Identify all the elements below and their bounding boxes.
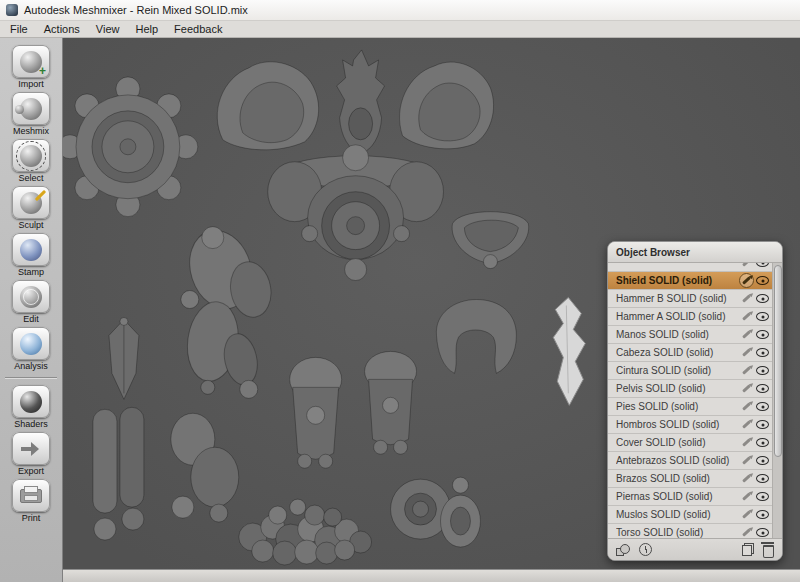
object-row[interactable]: Piernas SOLID (solid) (608, 488, 772, 506)
visibility-eye-icon[interactable] (755, 435, 770, 450)
object-row[interactable]: Cintura SOLID (solid) (608, 362, 772, 380)
toolbar-meshmix[interactable]: Meshmix (12, 92, 50, 136)
visibility-eye-icon[interactable] (755, 399, 770, 414)
visibility-eye-icon[interactable] (755, 363, 770, 378)
duplicate-icon[interactable] (742, 543, 754, 556)
mesh-blade[interactable] (553, 298, 585, 406)
object-row[interactable]: Hombros SOLID (solid) (608, 416, 772, 434)
mesh-arm-assembly[interactable] (180, 222, 275, 398)
visibility-eye-icon[interactable] (755, 309, 770, 324)
primitives-icon[interactable] (616, 544, 630, 556)
meshmix-button[interactable] (12, 92, 50, 125)
mesh-helmet[interactable] (337, 50, 385, 154)
object-row[interactable]: Cover SOLID (solid) (608, 434, 772, 452)
menu-actions[interactable]: Actions (36, 22, 88, 36)
export-button[interactable] (12, 432, 50, 465)
edit-pencil-icon[interactable] (739, 489, 754, 504)
object-list-scrollbar-thumb[interactable] (774, 265, 782, 457)
visibility-eye-icon[interactable] (755, 507, 770, 522)
visibility-eye-icon[interactable] (755, 263, 770, 270)
object-row[interactable]: Muslos SOLID (solid) (608, 506, 772, 524)
edit-pencil-icon[interactable] (739, 273, 754, 288)
object-list-scrollbar[interactable] (772, 263, 782, 538)
edit-pencil-icon[interactable] (739, 263, 754, 270)
object-row[interactable]: Hammer B SOLID (solid) (608, 290, 772, 308)
object-row[interactable]: Antebrazos SOLID (solid) (608, 452, 772, 470)
trash-icon[interactable] (763, 545, 774, 558)
visibility-eye-icon[interactable] (755, 525, 770, 538)
mesh-waist[interactable] (436, 300, 516, 374)
toolbar-analysis[interactable]: Analysis (12, 327, 50, 371)
visibility-eye-icon[interactable] (755, 417, 770, 432)
print-button[interactable] (12, 479, 50, 512)
object-row-selected[interactable]: Shield SOLID (solid) (608, 272, 772, 290)
shaders-button[interactable] (12, 385, 50, 418)
edit-pencil-icon[interactable] (739, 399, 754, 414)
visibility-eye-icon[interactable] (755, 489, 770, 504)
mesh-forearm[interactable] (171, 413, 239, 522)
object-label: Pies SOLID (solid) (616, 401, 738, 412)
visibility-eye-icon[interactable] (755, 345, 770, 360)
mesh-leg-plate-b[interactable] (365, 351, 417, 454)
mesh-shoulder-left[interactable] (217, 62, 318, 150)
mesh-torso[interactable] (268, 145, 444, 281)
mesh-rings[interactable] (391, 477, 481, 547)
menu-file[interactable]: File (2, 22, 36, 36)
stamp-button[interactable] (12, 233, 50, 266)
mesh-fin[interactable] (109, 317, 139, 399)
menu-view[interactable]: View (88, 22, 128, 36)
toolbar-export[interactable]: Export (12, 432, 50, 476)
object-row[interactable]: Manos SOLID (solid) (608, 326, 772, 344)
mesh-leg-plate-a[interactable] (290, 357, 342, 468)
analysis-button[interactable] (12, 327, 50, 360)
toolbar-print[interactable]: Print (12, 479, 50, 523)
object-row[interactable]: Torso SOLID (solid) (608, 524, 772, 538)
object-row[interactable]: Cabeza SOLID (solid) (608, 344, 772, 362)
object-row[interactable]: Pelvis SOLID (solid) (608, 380, 772, 398)
object-label: Manos SOLID (solid) (616, 329, 738, 340)
mesh-rubble[interactable] (239, 499, 372, 565)
visibility-eye-icon[interactable] (755, 471, 770, 486)
edit-pencil-icon[interactable] (739, 417, 754, 432)
edit-pencil-icon[interactable] (739, 363, 754, 378)
edit-pencil-icon[interactable] (739, 381, 754, 396)
mesh-thighs[interactable] (93, 407, 144, 540)
object-row[interactable]: Pies SOLID (solid) (608, 398, 772, 416)
visibility-eye-icon[interactable] (755, 381, 770, 396)
edit-pencil-icon[interactable] (739, 345, 754, 360)
edit-pencil-icon[interactable] (739, 309, 754, 324)
edit-pencil-icon[interactable] (739, 471, 754, 486)
mesh-shoulder-right[interactable] (400, 62, 494, 149)
visibility-eye-icon[interactable] (755, 453, 770, 468)
visibility-eye-icon[interactable] (755, 291, 770, 306)
select-button[interactable] (12, 139, 50, 172)
mesh-pelvis[interactable] (452, 212, 529, 269)
edit-pencil-icon[interactable] (739, 435, 754, 450)
import-button[interactable] (12, 45, 50, 78)
object-row[interactable]: Brazos SOLID (solid) (608, 470, 772, 488)
visibility-eye-icon[interactable] (755, 327, 770, 342)
menu-help[interactable]: Help (127, 22, 166, 36)
object-row[interactable]: Hammer A SOLID (solid) (608, 308, 772, 326)
sculpt-button[interactable] (12, 186, 50, 219)
toolbar-select[interactable]: Select (12, 139, 50, 183)
toolbar-sculpt[interactable]: Sculpt (12, 186, 50, 230)
toolbar-shaders[interactable]: Shaders (12, 385, 50, 429)
object-browser-titlebar[interactable]: Object Browser (608, 242, 782, 263)
clock-icon[interactable] (639, 543, 652, 556)
edit-pencil-icon[interactable] (739, 453, 754, 468)
edit-pencil-icon[interactable] (739, 525, 754, 538)
edit-button[interactable] (12, 280, 50, 313)
menu-feedback[interactable]: Feedback (166, 22, 230, 36)
edit-pencil-icon[interactable] (739, 327, 754, 342)
toolbar-import[interactable]: Import (12, 45, 50, 89)
toolbar-stamp[interactable]: Stamp (12, 233, 50, 277)
window-titlebar[interactable]: Autodesk Meshmixer - Rein Mixed SOLID.mi… (0, 0, 800, 21)
toolbar-edit[interactable]: Edit (12, 280, 50, 324)
edit-pencil-icon[interactable] (739, 507, 754, 522)
viewport-canvas[interactable]: Object Browser Shield SOLID (solid) (63, 38, 800, 569)
mesh-shield[interactable] (63, 77, 198, 217)
edit-pencil-icon[interactable] (739, 291, 754, 306)
object-row[interactable] (608, 263, 772, 272)
visibility-eye-icon[interactable] (755, 273, 770, 288)
